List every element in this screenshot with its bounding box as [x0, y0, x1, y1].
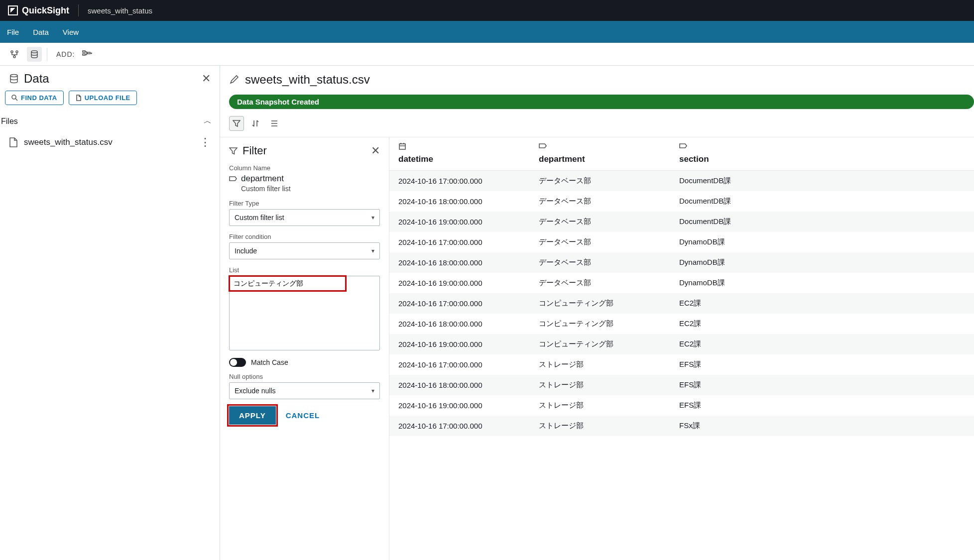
- svg-point-1: [16, 51, 18, 53]
- filter-condition-value: Include: [235, 247, 257, 255]
- filter-condition-select[interactable]: Include: [229, 242, 380, 259]
- tag-icon: [539, 142, 661, 151]
- brand-name: QuickSight: [22, 5, 69, 16]
- cell-department: コンピューティング部: [530, 339, 670, 349]
- svg-point-2: [13, 56, 15, 58]
- table-row[interactable]: 2024-10-16 19:00:00.000データベース部DynamoDB課: [389, 273, 974, 293]
- cell-datetime: 2024-10-16 19:00:00.000: [389, 401, 530, 410]
- list-tab-icon[interactable]: [267, 116, 282, 131]
- filter-tab-icon[interactable]: [229, 116, 244, 131]
- column-name-label: Column Name: [229, 164, 380, 172]
- close-sidebar-icon[interactable]: ✕: [202, 72, 211, 85]
- cancel-button[interactable]: CANCEL: [286, 411, 320, 420]
- cell-datetime: 2024-10-16 19:00:00.000: [389, 340, 530, 348]
- cell-department: データベース部: [530, 217, 670, 226]
- table-row[interactable]: 2024-10-16 17:00:00.000データベース部DocumentDB…: [389, 171, 974, 191]
- sort-tab-icon[interactable]: [248, 116, 263, 131]
- pencil-icon[interactable]: [229, 75, 239, 85]
- cell-datetime: 2024-10-16 17:00:00.000: [389, 422, 530, 430]
- data-sidebar: Data ✕ FIND DATA UPLOAD FILE Files ︿ swe…: [0, 66, 220, 560]
- col-section-label: section: [679, 154, 965, 164]
- cell-datetime: 2024-10-16 19:00:00.000: [389, 279, 530, 287]
- cell-datetime: 2024-10-16 18:00:00.000: [389, 320, 530, 328]
- col-datetime[interactable]: datetime: [389, 137, 530, 170]
- calendar-icon: [398, 142, 521, 151]
- filter-type-value: Custom filter list: [235, 214, 284, 222]
- svg-rect-5: [83, 54, 85, 55]
- cell-section: DocumentDB課: [670, 197, 974, 206]
- cell-datetime: 2024-10-16 17:00:00.000: [389, 360, 530, 369]
- cell-section: DynamoDB課: [670, 278, 974, 288]
- filter-type-label: Filter Type: [229, 200, 380, 207]
- table-row[interactable]: 2024-10-16 18:00:00.000データベース部DocumentDB…: [389, 191, 974, 212]
- table-body: 2024-10-16 17:00:00.000データベース部DocumentDB…: [389, 171, 974, 436]
- col-department[interactable]: department: [530, 137, 670, 170]
- upload-file-button[interactable]: UPLOAD FILE: [69, 91, 137, 105]
- table-row[interactable]: 2024-10-16 17:00:00.000コンピューティング部EC2課: [389, 293, 974, 314]
- cell-department: データベース部: [530, 237, 670, 247]
- file-item[interactable]: sweets_with_status.csv ⋮: [0, 131, 220, 153]
- null-options-label: Null options: [229, 373, 380, 380]
- table-header-row: datetime department section: [389, 137, 974, 171]
- find-data-button[interactable]: FIND DATA: [5, 91, 64, 105]
- content-title: sweets_with_status.csv: [245, 73, 370, 87]
- cell-department: コンピューティング部: [530, 299, 670, 308]
- cell-department: ストレージ部: [530, 380, 670, 390]
- table-row[interactable]: 2024-10-16 17:00:00.000ストレージ部FSx課: [389, 416, 974, 436]
- filter-list-input[interactable]: [229, 276, 380, 350]
- files-label: Files: [1, 117, 18, 126]
- menu-data[interactable]: Data: [33, 28, 49, 36]
- filter-icon: [229, 147, 238, 155]
- col-department-label: department: [539, 154, 661, 164]
- match-case-toggle[interactable]: [229, 358, 246, 367]
- svg-rect-9: [399, 144, 405, 149]
- svg-point-0: [11, 51, 13, 53]
- cell-section: DocumentDB課: [670, 217, 974, 226]
- add-label: ADD:: [56, 50, 75, 58]
- filter-type-select[interactable]: Custom filter list: [229, 209, 380, 226]
- cell-datetime: 2024-10-16 19:00:00.000: [389, 218, 530, 226]
- cell-datetime: 2024-10-16 17:00:00.000: [389, 299, 530, 308]
- cell-section: EC2課: [670, 319, 974, 329]
- close-filter-icon[interactable]: ✕: [371, 144, 380, 157]
- table-row[interactable]: 2024-10-16 17:00:00.000ストレージ部EFS課: [389, 354, 974, 375]
- find-data-label: FIND DATA: [21, 94, 57, 102]
- cell-datetime: 2024-10-16 18:00:00.000: [389, 197, 530, 206]
- main: Data ✕ FIND DATA UPLOAD FILE Files ︿ swe…: [0, 66, 974, 560]
- filter-condition-label: Filter condition: [229, 233, 380, 240]
- database-view-icon[interactable]: [27, 47, 42, 62]
- svg-rect-4: [83, 51, 85, 52]
- menu-file[interactable]: File: [7, 28, 19, 36]
- svg-rect-6: [88, 52, 90, 54]
- search-icon: [11, 95, 18, 101]
- cell-department: データベース部: [530, 176, 670, 186]
- view-tabs: [220, 114, 974, 137]
- tag-icon: [229, 175, 237, 182]
- table-row[interactable]: 2024-10-16 18:00:00.000コンピューティング部EC2課: [389, 314, 974, 334]
- files-section-header[interactable]: Files ︿: [0, 112, 220, 131]
- cell-department: コンピューティング部: [530, 319, 670, 329]
- menu-view[interactable]: View: [63, 28, 79, 36]
- null-options-value: Exclude nulls: [235, 387, 276, 395]
- table-row[interactable]: 2024-10-16 17:00:00.000データベース部DynamoDB課: [389, 232, 974, 252]
- divider: [78, 4, 79, 16]
- schema-view-icon[interactable]: [7, 47, 22, 62]
- cell-datetime: 2024-10-16 17:00:00.000: [389, 177, 530, 185]
- file-menu-icon[interactable]: ⋮: [200, 140, 211, 145]
- table-row[interactable]: 2024-10-16 18:00:00.000データベース部DynamoDB課: [389, 252, 974, 273]
- table-row[interactable]: 2024-10-16 19:00:00.000データベース部DocumentDB…: [389, 212, 974, 232]
- table-row[interactable]: 2024-10-16 19:00:00.000ストレージ部EFS課: [389, 395, 974, 416]
- null-options-select[interactable]: Exclude nulls: [229, 382, 380, 399]
- table-row[interactable]: 2024-10-16 18:00:00.000ストレージ部EFS課: [389, 375, 974, 395]
- divider: [47, 48, 47, 61]
- col-section[interactable]: section: [670, 137, 974, 170]
- sidebar-title: Data: [24, 72, 49, 86]
- cell-datetime: 2024-10-16 17:00:00.000: [389, 238, 530, 246]
- cell-department: ストレージ部: [530, 360, 670, 369]
- table-row[interactable]: 2024-10-16 19:00:00.000コンピューティング部EC2課: [389, 334, 974, 354]
- apply-button[interactable]: APPLY: [229, 406, 276, 425]
- cell-department: データベース部: [530, 258, 670, 267]
- add-join-icon[interactable]: [80, 47, 95, 62]
- cell-department: データベース部: [530, 197, 670, 206]
- quicksight-logo-icon: [8, 5, 18, 15]
